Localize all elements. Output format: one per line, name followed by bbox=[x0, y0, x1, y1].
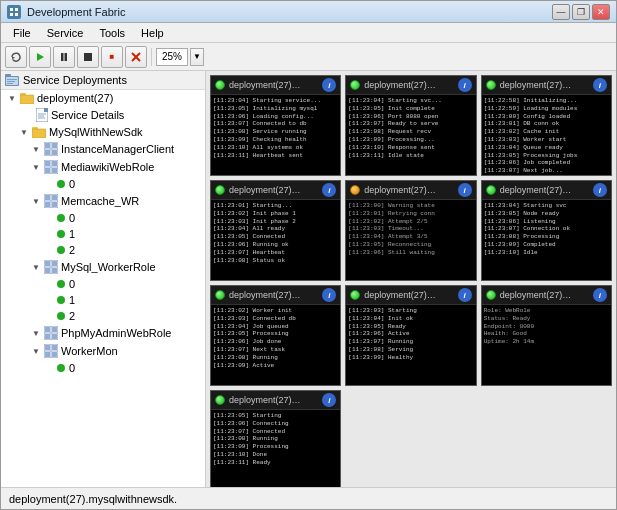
tree-node-phpmyadmin[interactable]: ▼ PhpMyAdminWebRole bbox=[1, 324, 205, 342]
workermon-grid-icon bbox=[44, 344, 58, 358]
tree-node-memcache[interactable]: ▼ Memcache_WR bbox=[1, 192, 205, 210]
instance-title-9: deployment(27)… bbox=[500, 290, 593, 300]
workermon-0-label: 0 bbox=[69, 362, 75, 374]
instance-card-6[interactable]: deployment(27)… i [11:23:04] Starting sv… bbox=[481, 180, 612, 281]
imc-grid-icon bbox=[44, 142, 58, 156]
zoom-dropdown-button[interactable]: ▼ bbox=[190, 48, 204, 66]
status-dot-memcache-0 bbox=[57, 214, 65, 222]
info-button-6[interactable]: i bbox=[593, 183, 607, 197]
tree-node-memcache-2[interactable]: 2 bbox=[1, 242, 205, 258]
refresh-button[interactable] bbox=[5, 46, 27, 68]
svg-rect-66 bbox=[45, 345, 50, 350]
status-indicator-10 bbox=[215, 395, 225, 405]
instance-header-6: deployment(27)… i bbox=[482, 181, 611, 200]
info-button-9[interactable]: i bbox=[593, 288, 607, 302]
menu-tools[interactable]: Tools bbox=[91, 25, 133, 41]
info-button-7[interactable]: i bbox=[322, 288, 336, 302]
restore-button[interactable]: ❐ bbox=[572, 4, 590, 20]
info-button-10[interactable]: i bbox=[322, 393, 336, 407]
tree-node-mediawiki[interactable]: ▼ MediawikiWebRole bbox=[1, 158, 205, 176]
title-bar-left: Development Fabric bbox=[7, 5, 125, 19]
tree-node-mysql-2[interactable]: 2 bbox=[1, 308, 205, 324]
menu-help[interactable]: Help bbox=[133, 25, 172, 41]
instance-card-8[interactable]: deployment(27)… i [11:23:03] Starting [1… bbox=[345, 285, 476, 386]
mysql-label: MySqlWithNewSdk bbox=[49, 126, 143, 138]
expand-mediawiki-icon[interactable]: ▼ bbox=[31, 162, 41, 172]
pause-button[interactable] bbox=[53, 46, 75, 68]
workermon-label: WorkerMon bbox=[61, 345, 118, 357]
expand-mysql-icon[interactable]: ▼ bbox=[19, 127, 29, 137]
mysql-2-label: 2 bbox=[69, 310, 75, 322]
tree-node-service-details[interactable]: Service Details bbox=[1, 106, 205, 124]
instance-body-4: [11:23:01] Starting... [11:23:02] Init p… bbox=[211, 200, 340, 280]
svg-rect-55 bbox=[52, 268, 57, 273]
svg-rect-21 bbox=[44, 108, 48, 112]
deployments-icon bbox=[5, 74, 19, 86]
phpmyadmin-grid-icon bbox=[44, 326, 58, 340]
instance-card-5[interactable]: deployment(27)… i [11:23:00] Warning sta… bbox=[345, 180, 476, 281]
svg-rect-54 bbox=[45, 268, 50, 273]
instance-body-2: [11:23:04] Starting svc... [11:23:05] In… bbox=[346, 95, 475, 175]
title-bar: Development Fabric — ❐ ✕ bbox=[1, 1, 616, 23]
instance-card-7[interactable]: deployment(27)… i [11:23:02] Worker init… bbox=[210, 285, 341, 386]
svg-rect-39 bbox=[52, 161, 57, 166]
info-button-4[interactable]: i bbox=[322, 183, 336, 197]
tree-node-memcache-1[interactable]: 1 bbox=[1, 226, 205, 242]
tree-node-mysql[interactable]: ▼ MySqlWithNewSdk bbox=[1, 124, 205, 140]
svg-rect-33 bbox=[45, 150, 50, 155]
console-output-5: [11:23:00] Warning state [11:23:01] Retr… bbox=[348, 202, 473, 257]
tree-node-mysql-1[interactable]: 1 bbox=[1, 292, 205, 308]
zoom-input[interactable] bbox=[156, 48, 188, 66]
instance-card-1[interactable]: deployment(27)… i [11:23:04] Starting se… bbox=[210, 75, 341, 176]
tree-node-mysql-0[interactable]: 0 bbox=[1, 276, 205, 292]
instance-header-4: deployment(27)… i bbox=[211, 181, 340, 200]
instance-header-8: deployment(27)… i bbox=[346, 286, 475, 305]
expand-deployment-icon[interactable]: ▼ bbox=[7, 93, 17, 103]
minimize-button[interactable]: — bbox=[552, 4, 570, 20]
svg-rect-52 bbox=[45, 261, 50, 266]
instance-title-6: deployment(27)… bbox=[500, 185, 593, 195]
delete-button[interactable] bbox=[125, 46, 147, 68]
expand-workermon-icon[interactable]: ▼ bbox=[31, 346, 41, 356]
svg-rect-1 bbox=[15, 8, 18, 11]
info-button-5[interactable]: i bbox=[458, 183, 472, 197]
tree-node-mysqlworker[interactable]: ▼ MySql_WorkerRole bbox=[1, 258, 205, 276]
info-button-2[interactable]: i bbox=[458, 78, 472, 92]
tree-node-memcache-0[interactable]: 0 bbox=[1, 210, 205, 226]
svg-rect-7 bbox=[84, 53, 92, 61]
expand-memcache-icon[interactable]: ▼ bbox=[31, 196, 41, 206]
menu-service[interactable]: Service bbox=[39, 25, 92, 41]
window-title: Development Fabric bbox=[27, 6, 125, 18]
svg-rect-45 bbox=[45, 195, 50, 200]
expand-phpmyadmin-icon[interactable]: ▼ bbox=[31, 328, 41, 338]
close-button[interactable]: ✕ bbox=[592, 4, 610, 20]
status-dot-mysql-2 bbox=[57, 312, 65, 320]
tree-node-imc[interactable]: ▼ InstanceManagerClient bbox=[1, 140, 205, 158]
expand-imc-icon[interactable]: ▼ bbox=[31, 144, 41, 154]
svg-rect-61 bbox=[45, 334, 50, 339]
menu-file[interactable]: File bbox=[5, 25, 39, 41]
instance-card-3[interactable]: deployment(27)… i [11:22:58] Initializin… bbox=[481, 75, 612, 176]
expand-mysqlworker-icon[interactable]: ▼ bbox=[31, 262, 41, 272]
mediawiki-grid-icon bbox=[44, 160, 58, 174]
tree-node-workermon-0[interactable]: 0 bbox=[1, 360, 205, 376]
stop-button[interactable] bbox=[77, 46, 99, 68]
instance-body-10: [11:23:05] Starting [11:23:06] Connectin… bbox=[211, 410, 340, 487]
memcache-1-label: 1 bbox=[69, 228, 75, 240]
info-button-3[interactable]: i bbox=[593, 78, 607, 92]
tree-node-workermon[interactable]: ▼ WorkerMon bbox=[1, 342, 205, 360]
svg-rect-31 bbox=[45, 143, 50, 148]
instance-card-9[interactable]: deployment(27)… i Role: WebRole Status: … bbox=[481, 285, 612, 386]
tree-node-deployment[interactable]: ▼ deployment(27) bbox=[1, 90, 205, 106]
info-button-8[interactable]: i bbox=[458, 288, 472, 302]
tree-node-webrole-0[interactable]: 0 bbox=[1, 176, 205, 192]
instance-card-2[interactable]: deployment(27)… i [11:23:04] Starting sv… bbox=[345, 75, 476, 176]
instance-card-10[interactable]: deployment(27)… i [11:23:05] Starting [1… bbox=[210, 390, 341, 487]
status-indicator-8 bbox=[350, 290, 360, 300]
play-button[interactable] bbox=[29, 46, 51, 68]
info-button-1[interactable]: i bbox=[322, 78, 336, 92]
instance-card-4[interactable]: deployment(27)… i [11:23:01] Starting...… bbox=[210, 180, 341, 281]
menu-bar: File Service Tools Help bbox=[1, 23, 616, 43]
svg-rect-69 bbox=[52, 352, 57, 357]
record-button[interactable]: ■ bbox=[101, 46, 123, 68]
